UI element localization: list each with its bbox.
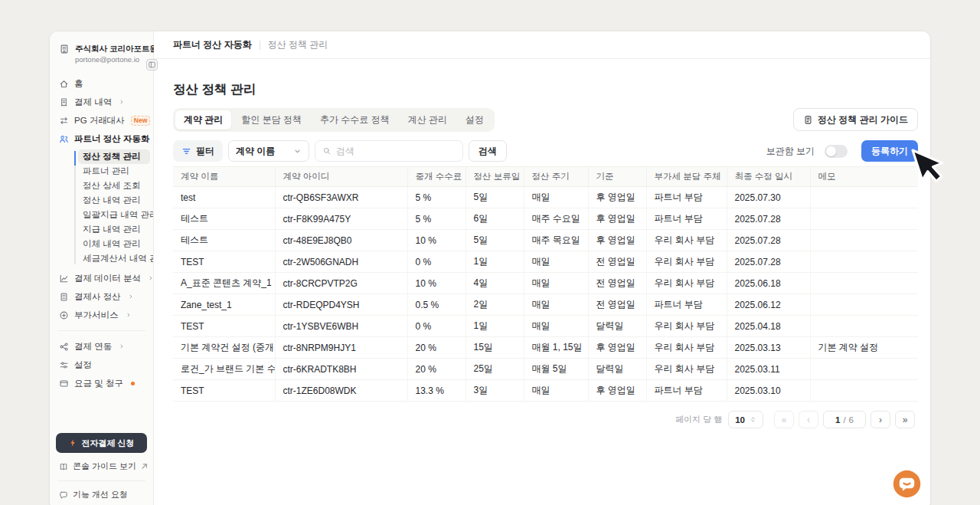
cell: 5일 (466, 187, 524, 208)
table-row[interactable]: 로건_가 브랜드 기본 수수료 20%ctr-6KRADTK8BH20 %25일… (173, 359, 918, 380)
cell (810, 187, 918, 208)
search-button[interactable]: 검색 (469, 140, 507, 162)
filter-button[interactable]: 필터 (173, 140, 223, 162)
prev-page-button[interactable]: ‹ (799, 411, 818, 428)
search-field-select[interactable]: 계약 이름 (228, 140, 309, 162)
table-row[interactable]: TESTctr-1YSBVE6WBH0 %1일매일달력일우리 회사 부담2025… (173, 316, 918, 337)
chevron-right-icon (119, 99, 125, 105)
table-row[interactable]: 기본 계약건 설정 (중개수수료 20%)ctr-8NRPM9HJY120 %1… (173, 337, 918, 359)
cell: 매일 (524, 251, 588, 273)
sidebar-item[interactable]: 부가서비스 (50, 306, 153, 324)
breadcrumb-current: 정산 정책 관리 (268, 38, 328, 51)
chevron-right-icon (126, 312, 132, 318)
cell: 매일 (524, 380, 588, 402)
console-guide-link[interactable]: 콘솔 가이드 보기 (56, 453, 147, 472)
cell: ctr-1ZE6D08WDK (275, 380, 407, 402)
sidebar-item-label: 부가서비스 (74, 310, 119, 321)
cell: Zane_test_1 (173, 294, 275, 316)
table-row[interactable]: 테스트ctr-F8K99A475Y5 %6일매주 수요일후 영업일파트너 부담2… (173, 208, 918, 230)
active-indicator (74, 151, 76, 166)
tab-4[interactable]: 계산 관리 (400, 110, 456, 130)
chat-widget-button[interactable] (893, 470, 921, 498)
rows-per-page-select[interactable]: 10 (728, 411, 763, 428)
sidebar-item-label: 결제 연동 (74, 341, 112, 353)
sidebar-item[interactable]: 결제사 정산 (50, 287, 153, 306)
column-header: 메모 (810, 167, 918, 187)
cell: 4일 (466, 273, 524, 294)
archive-toggle-label: 보관함 보기 (766, 145, 815, 158)
tab-2[interactable]: 할인 분담 정책 (233, 110, 310, 130)
cell: 매월 5일 (524, 359, 588, 380)
sidebar-item[interactable]: 요금 및 청구 (50, 374, 153, 392)
cell: 2025.03.10 (727, 380, 810, 402)
sidebar-collapse-button[interactable] (146, 59, 158, 71)
table-row[interactable]: TESTctr-1ZE6D08WDK13.3 %3일매일후 영업일파트너 부담2… (173, 380, 918, 402)
sidebar-item[interactable]: 파트너 정산 자동화 (50, 130, 153, 148)
cell: 0.5 % (407, 294, 466, 316)
table-row[interactable]: A_표준 콘텐츠 계약_1ctr-8CRCPVTP2G10 %4일매일전 영업일… (173, 273, 918, 294)
total-pages: 6 (849, 415, 854, 425)
sidebar-subitem[interactable]: 이체 내역 관리 (78, 237, 150, 251)
sidebar-item[interactable]: 설정 (50, 356, 153, 374)
sidebar-subitem[interactable]: 지급 내역 관리 (78, 222, 150, 237)
tab-1[interactable]: 계약 관리 (175, 110, 231, 130)
swap-icon (59, 116, 69, 126)
next-page-button[interactable]: › (871, 411, 890, 428)
sidebar-subitem[interactable]: 일괄지급 내역 관리 (78, 208, 150, 222)
cell: 15일 (466, 337, 524, 359)
cell: 후 영업일 (588, 230, 646, 251)
sidebar-nav: 홈결제 내역PG 거래대사New파트너 정산 자동화정산 정책 관리파트너 관리… (50, 70, 153, 427)
sidebar-item-label: 결제사 정산 (74, 291, 121, 303)
cell: 2일 (466, 294, 524, 316)
feature-request-link[interactable]: 기능 개선 요청 (56, 481, 147, 500)
page-title: 정산 정책 관리 (173, 81, 918, 98)
table-row[interactable]: testctr-QB6SF3AWXR5 %5일매일후 영업일파트너 부담2025… (173, 187, 918, 208)
cell: 우리 회사 부담 (646, 316, 727, 337)
sidebar-subitem[interactable]: 파트너 관리 (78, 164, 150, 179)
breadcrumb-section[interactable]: 파트너 정산 자동화 (173, 38, 252, 51)
tab-5[interactable]: 설정 (457, 110, 492, 130)
lightning-icon (68, 438, 77, 448)
cell: 2025.03.11 (727, 359, 810, 380)
first-page-button[interactable]: « (774, 411, 794, 428)
cell: 매일 (524, 273, 588, 294)
sidebar-submenu: 정산 정책 관리파트너 관리정산 상세 조회정산 내역 관리일괄지급 내역 관리… (50, 149, 153, 266)
table-row[interactable]: TESTctr-2W506GNADH0 %1일매일전 영업일우리 회사 부담20… (173, 251, 918, 273)
cell: 20 % (407, 359, 466, 380)
sidebar-subitem[interactable]: 세금계산서 내역 관리 (78, 251, 150, 266)
sidebar-item-label: 파트너 정산 자동화 (74, 133, 149, 145)
cell: 후 영업일 (588, 380, 646, 402)
sidebar-item[interactable]: 홈 (50, 74, 153, 93)
page-indicator: 1 / 6 (823, 411, 866, 428)
sidebar-item[interactable]: 결제 데이터 분석 (50, 269, 153, 287)
table-row[interactable]: Zane_test_1ctr-RDEQPD4YSH0.5 %2일매일전 영업일파… (173, 294, 918, 316)
cell (810, 273, 918, 294)
policy-guide-button[interactable]: 정산 정책 관리 가이드 (793, 108, 918, 131)
epay-apply-button[interactable]: 전자결제 신청 (56, 433, 147, 453)
table-header-row: 계약 이름계약 아이디중개 수수료정산 보류일정산 주기기준부가세 분담 주체최… (173, 167, 918, 187)
search-input[interactable] (336, 146, 456, 156)
tab-3[interactable]: 추가 수수료 정책 (312, 110, 398, 130)
merchant-switcher[interactable]: 주식회사 코리아포트원 (Kore... portone@portone.io (50, 31, 153, 70)
sidebar-subitem[interactable]: 정산 정책 관리 (78, 149, 150, 164)
cell: 우리 회사 부담 (646, 273, 727, 294)
cell: 3일 (466, 380, 524, 402)
sidebar-item[interactable]: 결제 내역 (50, 93, 153, 111)
content: 정산 정책 관리 계약 관리할인 분담 정책추가 수수료 정책계산 관리설정 정… (154, 59, 930, 505)
archive-toggle[interactable] (825, 145, 848, 158)
sidebar-item[interactable]: PG 거래대사New (50, 111, 153, 130)
column-header: 최종 수정 일시 (727, 167, 810, 187)
sidebar-section-divider (57, 330, 145, 331)
cell: 2025.07.28 (727, 208, 810, 230)
sidebar-subitem[interactable]: 정산 상세 조회 (78, 179, 150, 193)
last-page-button[interactable]: » (895, 411, 915, 428)
toggle-knob (826, 146, 836, 156)
cell: 파트너 부담 (646, 187, 727, 208)
register-button[interactable]: 등록하기 (861, 140, 918, 162)
table-row[interactable]: 테스트ctr-48E9EJ8QB010 %5일매주 목요일후 영업일우리 회사 … (173, 230, 918, 251)
sidebar-subitem[interactable]: 정산 내역 관리 (78, 193, 150, 208)
cell: 파트너 부담 (646, 208, 727, 230)
cell (810, 316, 918, 337)
sidebar-item[interactable]: 결제 연동 (50, 337, 153, 356)
cell: 매일 (524, 294, 588, 316)
